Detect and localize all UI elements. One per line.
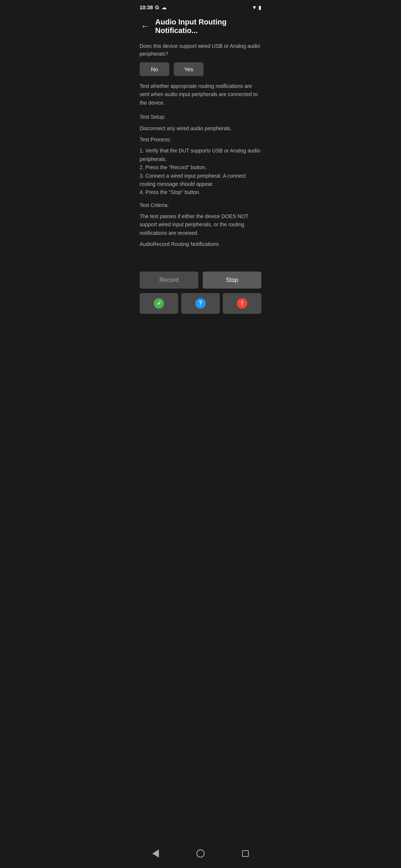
pass-result-button[interactable]: ✓: [140, 293, 178, 314]
choice-button-row: No Yes: [140, 62, 261, 76]
header: ← Audio Input Routing Notificatio...: [134, 13, 267, 39]
action-buttons-row: Record Stop: [134, 266, 267, 292]
setup-body: Disconnect any wired audio peripherals.: [140, 124, 261, 132]
question-text: Does this device support wired USB or An…: [140, 42, 261, 58]
criteria-title: Test Criteria:: [140, 201, 261, 209]
info-result-button[interactable]: ?: [181, 293, 220, 314]
no-button[interactable]: No: [140, 62, 169, 76]
fail-result-button[interactable]: !: [223, 293, 261, 314]
page-title: Audio Input Routing Notificatio...: [155, 18, 261, 35]
fail-icon: !: [237, 298, 247, 309]
stop-button[interactable]: Stop: [203, 272, 261, 289]
status-bar-left: 10:38 G ☁: [140, 4, 167, 10]
record-button[interactable]: Record: [140, 272, 198, 289]
criteria-title-label: Test Criteria:: [140, 202, 169, 208]
content-area: Does this device support wired USB or An…: [134, 39, 267, 254]
setup-title-label: Test Setup:: [140, 114, 166, 120]
status-time: 10:38: [140, 4, 153, 10]
criteria-body: The test passes if either the device DOE…: [140, 212, 261, 237]
info-icon: ?: [195, 298, 206, 309]
cloud-icon: ☁: [162, 4, 167, 10]
process-title-label: Test Process:: [140, 137, 171, 142]
criteria-footer: AudioRecord Routing Notifications: [140, 240, 261, 248]
back-button[interactable]: ←: [140, 20, 151, 33]
pass-icon: ✓: [154, 298, 164, 309]
yes-button[interactable]: Yes: [174, 62, 203, 76]
status-bar-right: ▼ ▮: [252, 4, 261, 10]
process-body: 1. Verify that the DUT supports USB or A…: [140, 147, 261, 196]
setup-title: Test Setup:: [140, 113, 261, 121]
process-title: Test Process:: [140, 135, 261, 144]
google-indicator: G: [155, 4, 159, 10]
wifi-icon: ▼: [252, 4, 257, 10]
description-text: Test whether appropriate routing notific…: [140, 82, 261, 107]
battery-icon: ▮: [258, 4, 261, 10]
result-buttons-row: ✓ ? !: [134, 292, 267, 320]
status-bar: 10:38 G ☁ ▼ ▮: [134, 0, 267, 13]
